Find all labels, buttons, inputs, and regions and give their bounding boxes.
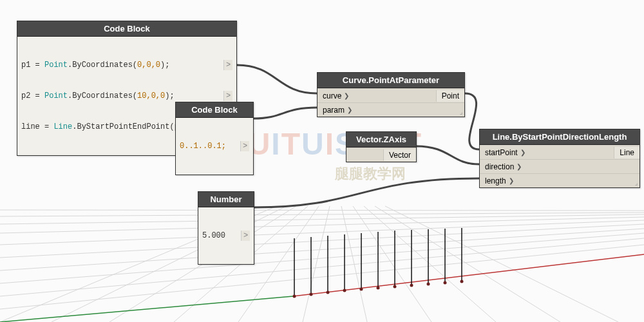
- number-value[interactable]: 5.000: [202, 231, 238, 241]
- input-port-startpoint[interactable]: startPoint❯: [480, 147, 531, 158]
- graph-canvas[interactable]: Code Block p1 = Point.ByCoordinates(0,0,…: [0, 0, 644, 322]
- node-header[interactable]: Vector.ZAxis: [346, 132, 416, 147]
- node-curve-pointatparameter[interactable]: Curve.PointAtParameter curve❯ Point para…: [317, 72, 465, 117]
- input-port-direction[interactable]: direction❯: [480, 161, 527, 173]
- output-port[interactable]: >: [241, 231, 250, 241]
- input-port-length[interactable]: length❯: [480, 175, 519, 187]
- node-header[interactable]: Number: [198, 192, 254, 207]
- code-var: p1: [21, 61, 30, 70]
- node-codeblock-range[interactable]: Code Block 0..1..0.1; >: [175, 102, 254, 175]
- output-port[interactable]: >: [223, 91, 232, 101]
- node-header[interactable]: Code Block: [17, 21, 236, 37]
- output-port-vector[interactable]: Vector: [383, 149, 416, 161]
- output-port[interactable]: >: [240, 141, 249, 151]
- output-port-line[interactable]: Line: [614, 147, 639, 158]
- input-port-curve[interactable]: curve❯: [317, 90, 354, 102]
- input-port-param[interactable]: param❯: [317, 104, 357, 116]
- node-vector-zaxis[interactable]: Vector.ZAxis Vector: [346, 131, 417, 162]
- code-text: 0..1..0.1;: [180, 142, 226, 151]
- node-header[interactable]: Curve.PointAtParameter: [317, 73, 464, 88]
- resize-handle[interactable]: ⌟: [635, 180, 638, 186]
- output-port[interactable]: >: [223, 60, 232, 70]
- code-type: Point: [44, 61, 68, 70]
- output-port-point[interactable]: Point: [436, 90, 464, 102]
- node-line-bystartpointdirectionlength[interactable]: Line.ByStartPointDirectionLength startPo…: [479, 129, 640, 188]
- node-number[interactable]: Number 5.000 >: [198, 191, 254, 265]
- node-header[interactable]: Code Block: [176, 102, 253, 118]
- resize-handle[interactable]: ⌟: [460, 109, 462, 115]
- node-header[interactable]: Line.ByStartPointDirectionLength: [480, 129, 639, 145]
